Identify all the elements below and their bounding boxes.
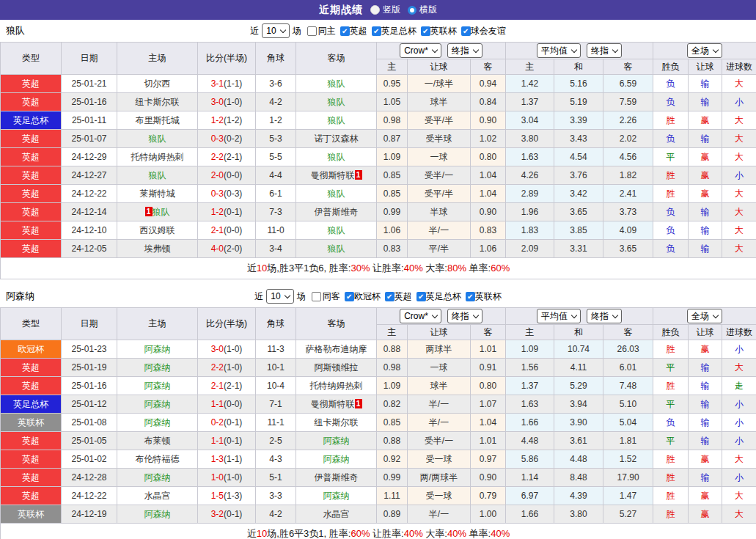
- team-name-link[interactable]: 阿森纳: [144, 417, 171, 428]
- league-checkbox[interactable]: ✔: [372, 26, 381, 36]
- average-select[interactable]: 平均值: [537, 309, 581, 323]
- league-checkbox[interactable]: ✔: [461, 26, 471, 36]
- team-name-link[interactable]: 狼队: [328, 152, 345, 162]
- avg-stage-select[interactable]: 终指: [587, 309, 622, 323]
- handicap-line: 球半: [408, 377, 471, 395]
- team-name-link[interactable]: 阿森纳: [144, 362, 171, 373]
- bookmaker-select[interactable]: Crow*: [400, 43, 441, 58]
- games-count-select[interactable]: 10: [266, 289, 293, 304]
- corner-score: 4-3: [256, 450, 296, 469]
- half-time-score: (0-0): [224, 170, 242, 180]
- league-checkbox[interactable]: ✔: [385, 292, 394, 301]
- league-badge: 英超: [1, 240, 62, 258]
- team-name-link[interactable]: 伊普斯维奇: [315, 472, 359, 483]
- handicap-odds-away: 1.04: [471, 185, 506, 203]
- same-venue-checkbox[interactable]: [307, 26, 317, 36]
- league-checkbox[interactable]: ✔: [466, 292, 475, 301]
- corner-score: 10-1: [256, 359, 296, 377]
- team-name-link[interactable]: 阿森纳: [144, 472, 171, 483]
- full-time-score: 1-3: [211, 454, 224, 464]
- league-badge: 英联杯: [1, 505, 62, 524]
- league-checkbox[interactable]: ✔: [340, 26, 350, 36]
- team-name-link[interactable]: 阿森纳: [144, 381, 171, 391]
- team-name-link[interactable]: 阿森纳: [323, 454, 350, 464]
- team-name-link[interactable]: 切尔西: [144, 78, 171, 89]
- team-name-link[interactable]: 萨格勒布迪纳摩: [306, 344, 367, 354]
- handicap-odds-away: 1.02: [471, 130, 506, 148]
- avg-odds-home: 5.86: [506, 450, 554, 469]
- team-name-link[interactable]: 托特纳姆热刺: [131, 152, 184, 162]
- summary-segment: 让胜率:: [370, 528, 403, 539]
- team-name-link[interactable]: 伊普斯维奇: [315, 207, 359, 217]
- score-cell: 0-2(0-1): [198, 414, 256, 432]
- handicap-odds-home: 1.11: [377, 487, 408, 505]
- team-name-link[interactable]: 诺丁汉森林: [315, 133, 359, 144]
- home-team-cell: 阿森纳: [117, 377, 198, 395]
- team-name-link[interactable]: 水晶宫: [144, 491, 171, 501]
- team-name-link[interactable]: 狼队: [328, 78, 345, 89]
- league-checkbox[interactable]: ✔: [345, 292, 354, 301]
- full-time-score: 4-0: [211, 243, 224, 254]
- result-outcome: 负: [653, 221, 689, 240]
- team-name-link[interactable]: 曼彻斯特联: [311, 170, 355, 180]
- layout-option-horizontal[interactable]: 横版: [408, 4, 437, 16]
- scope-select[interactable]: 全场: [687, 43, 722, 58]
- team-name-link[interactable]: 布伦特福德: [136, 454, 180, 464]
- team-name-link[interactable]: 托特纳姆热刺: [310, 381, 363, 391]
- same-venue-checkbox[interactable]: [312, 292, 321, 301]
- team-name-link[interactable]: 狼队: [149, 133, 166, 144]
- team-name-link[interactable]: 纽卡斯尔联: [315, 417, 359, 428]
- odds-stage-select[interactable]: 终指: [447, 309, 482, 323]
- league-checkbox[interactable]: ✔: [416, 292, 426, 301]
- team-name-link[interactable]: 狼队: [153, 207, 170, 217]
- score-cell: 2-1(2-1): [198, 377, 256, 395]
- team-name-link[interactable]: 水晶宫: [323, 509, 350, 519]
- team-name-link[interactable]: 狼队: [328, 188, 345, 199]
- games-count-select[interactable]: 10: [262, 23, 289, 38]
- away-team-cell: 萨格勒布迪纳摩: [296, 340, 377, 359]
- away-team-cell: 纽卡斯尔联: [296, 414, 377, 432]
- layout-option-vertical[interactable]: 竖版: [370, 4, 400, 16]
- team-name-link[interactable]: 埃弗顿: [144, 243, 171, 254]
- handicap-home-header: 主: [377, 325, 408, 340]
- result-outcome: 负: [653, 75, 689, 93]
- scope-select[interactable]: 全场: [687, 309, 722, 323]
- chevron-down-icon: [612, 312, 618, 318]
- avg-odds-home: 3.04: [506, 111, 554, 130]
- bookmaker-select[interactable]: Crow*: [400, 309, 441, 323]
- league-checkbox[interactable]: ✔: [421, 26, 430, 36]
- team-name-link[interactable]: 布莱顿: [144, 436, 171, 446]
- team-name-link[interactable]: 阿斯顿维拉: [315, 362, 359, 373]
- team-name-link[interactable]: 狼队: [328, 243, 345, 254]
- team-name-link[interactable]: 狼队: [328, 225, 345, 235]
- avg-odds-draw: 3.61: [554, 432, 603, 450]
- average-select[interactable]: 平均值: [537, 43, 581, 58]
- result-handicap: 输: [689, 414, 722, 432]
- team-name-link[interactable]: 阿森纳: [323, 436, 350, 446]
- avg-odds-draw: 8.48: [554, 469, 603, 487]
- home-team-cell: 水晶宫: [117, 487, 198, 505]
- home-team-cell: 布里斯托城: [117, 111, 198, 130]
- league-badge: 英联杯: [1, 414, 62, 432]
- away-team-cell: 狼队: [296, 111, 377, 130]
- team-name-link[interactable]: 纽卡斯尔联: [136, 97, 180, 107]
- score-cell: 2-1(0-0): [198, 221, 256, 240]
- avg-stage-select[interactable]: 终指: [587, 43, 622, 58]
- team-name-link[interactable]: 曼彻斯特联: [311, 399, 355, 409]
- team-name-link[interactable]: 狼队: [328, 115, 345, 125]
- team-name-link[interactable]: 阿森纳: [144, 344, 171, 354]
- team-name-link[interactable]: 布里斯托城: [136, 115, 180, 125]
- handicap-odds-home: 0.95: [377, 75, 408, 93]
- odds-stage-select[interactable]: 终指: [447, 43, 482, 58]
- team-name-link[interactable]: 西汉姆联: [140, 225, 175, 235]
- half-time-score: (1-2): [224, 115, 242, 125]
- score-cell: 1-2(0-1): [198, 203, 256, 221]
- team-name-link[interactable]: 阿森纳: [144, 509, 171, 519]
- team-name-link[interactable]: 阿森纳: [144, 399, 171, 409]
- team-name-link[interactable]: 阿森纳: [323, 491, 350, 501]
- team-name-link[interactable]: 狼队: [149, 170, 166, 180]
- match-date: 24-12-22: [62, 185, 117, 203]
- result-handicap: 赢: [689, 148, 722, 166]
- team-name-link[interactable]: 狼队: [328, 97, 345, 107]
- team-name-link[interactable]: 莱斯特城: [140, 188, 175, 199]
